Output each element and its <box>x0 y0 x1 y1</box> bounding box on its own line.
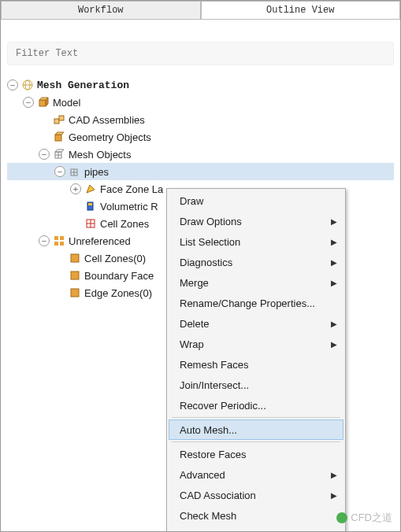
menu-wrap[interactable]: Wrap▶ <box>169 334 343 354</box>
tab-outline[interactable]: Outline View <box>201 1 401 19</box>
svg-rect-27 <box>71 254 79 262</box>
svg-rect-25 <box>54 242 58 246</box>
svg-rect-6 <box>54 119 59 124</box>
collapse-icon[interactable]: − <box>39 149 50 160</box>
tree-label: Edge Zones(0) <box>84 287 152 299</box>
watermark-text: CFD之道 <box>351 511 392 525</box>
tree-pipes[interactable]: − pipes <box>7 163 394 180</box>
svg-rect-23 <box>54 236 58 240</box>
menu-check-mesh[interactable]: Check Mesh <box>169 505 343 526</box>
tree-label: Volumetric R <box>100 201 158 212</box>
svg-rect-28 <box>71 272 79 279</box>
menu-list-selection[interactable]: List Selection▶ <box>169 231 343 252</box>
menu-merge[interactable]: Merge▶ <box>169 272 343 293</box>
watermark: CFD之道 <box>336 511 392 525</box>
tree-label: Cell Zones(0) <box>84 253 146 264</box>
tab-workflow[interactable]: Workflow <box>1 1 201 19</box>
expand-icon[interactable]: + <box>70 183 81 194</box>
tree-meshobj[interactable]: − Mesh Objects <box>7 146 394 163</box>
menu-summary[interactable]: Summary <box>169 526 343 532</box>
svg-marker-9 <box>55 132 64 135</box>
tree-label: pipes <box>84 166 109 178</box>
square-icon <box>69 269 81 282</box>
face-icon <box>84 183 97 195</box>
mesh-cube-icon <box>69 165 81 178</box>
chevron-right-icon: ▶ <box>331 320 337 328</box>
tree-label: Boundary Face <box>84 270 154 282</box>
tree-model[interactable]: − Model <box>7 94 394 111</box>
svg-rect-29 <box>71 289 79 297</box>
menu-draw[interactable]: Draw <box>169 190 343 211</box>
volume-icon <box>84 200 97 212</box>
menu-draw-options[interactable]: Draw Options▶ <box>169 211 343 231</box>
menu-join[interactable]: Join/Intersect... <box>169 375 343 395</box>
tree-geom[interactable]: Geometry Objects <box>7 128 394 146</box>
menu-recover[interactable]: Recover Periodic... <box>169 395 343 416</box>
tree-label: Mesh Objects <box>69 149 131 161</box>
tree-label: Face Zone La <box>100 183 163 195</box>
grid-icon <box>53 235 65 247</box>
svg-rect-8 <box>55 135 61 141</box>
menu-advanced[interactable]: Advanced▶ <box>169 464 343 485</box>
svg-marker-13 <box>55 150 64 152</box>
chevron-right-icon: ▶ <box>331 279 337 287</box>
menu-delete[interactable]: Delete▶ <box>169 313 343 334</box>
svg-rect-26 <box>60 242 64 246</box>
chevron-right-icon: ▶ <box>331 491 337 500</box>
context-menu: Draw Draw Options▶ List Selection▶ Diagn… <box>166 188 346 532</box>
square-icon <box>69 252 81 264</box>
geometry-icon <box>53 131 65 143</box>
chevron-right-icon: ▶ <box>331 238 337 246</box>
square-icon <box>69 286 81 299</box>
logo-icon <box>336 512 347 523</box>
tree-cad[interactable]: CAD Assemblies <box>7 111 394 128</box>
svg-rect-19 <box>88 203 92 205</box>
menu-restore[interactable]: Restore Faces <box>169 444 343 464</box>
svg-rect-24 <box>60 236 64 240</box>
tree-label: Cell Zones <box>100 218 149 230</box>
cell-icon <box>84 217 97 230</box>
svg-marker-17 <box>87 185 95 193</box>
tree-label: Unreferenced <box>69 235 131 247</box>
collapse-icon[interactable]: − <box>54 166 65 177</box>
chevron-right-icon: ▶ <box>331 217 337 226</box>
menu-separator <box>172 441 340 442</box>
tree-label: Model <box>53 97 80 109</box>
tree-label: Geometry Objects <box>69 131 151 143</box>
collapse-icon[interactable]: − <box>23 97 34 108</box>
chevron-right-icon: ▶ <box>331 340 337 349</box>
chevron-right-icon: ▶ <box>331 471 337 479</box>
menu-cad-association[interactable]: CAD Association▶ <box>169 485 343 505</box>
menu-auto-mesh[interactable]: Auto Mesh... <box>169 419 343 440</box>
collapse-icon[interactable]: − <box>7 79 18 91</box>
globe-icon <box>21 79 34 91</box>
tree-label: Mesh Generation <box>37 79 129 91</box>
svg-rect-7 <box>59 116 64 120</box>
mesh-icon <box>53 148 65 161</box>
menu-separator <box>172 417 340 418</box>
tree-root[interactable]: − Mesh Generation <box>7 76 394 94</box>
menu-diagnostics[interactable]: Diagnostics▶ <box>169 252 343 272</box>
chevron-right-icon: ▶ <box>331 258 337 267</box>
filter-input[interactable] <box>7 42 394 65</box>
collapse-icon[interactable]: − <box>39 235 50 246</box>
cube-icon <box>37 96 50 109</box>
menu-remesh[interactable]: Remesh Faces <box>169 354 343 375</box>
svg-rect-3 <box>39 100 46 106</box>
menu-rename[interactable]: Rename/Change Properties... <box>169 293 343 313</box>
assembly-icon <box>53 113 65 126</box>
tree-label: CAD Assemblies <box>69 114 145 126</box>
